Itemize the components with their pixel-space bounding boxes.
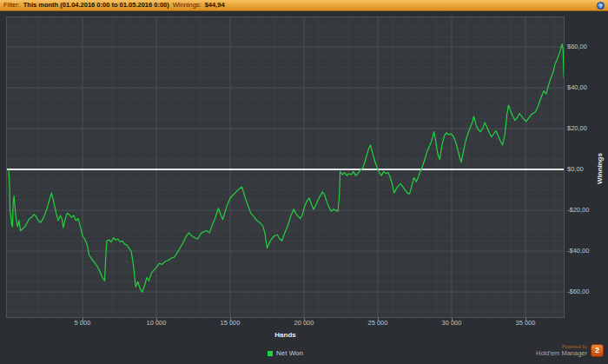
- y-axis-title: Winnings: [596, 153, 604, 184]
- net-won-line: [9, 44, 564, 293]
- winnings-chart: [7, 17, 564, 317]
- winnings-value: $44,94: [205, 1, 225, 9]
- x-tick-label: 20 000: [278, 319, 330, 327]
- x-tick-label: 30 000: [426, 319, 478, 327]
- holdem-manager-graph-window: Filter:This month (01.04.2016 0:00 to 01…: [0, 0, 608, 364]
- y-tick-label: $40,00: [567, 83, 587, 92]
- legend-label: Net Won: [276, 349, 303, 357]
- y-tick-label: -$40,00: [567, 247, 589, 255]
- plot-area[interactable]: [7, 17, 564, 317]
- x-tick-label: 15 000: [204, 319, 256, 327]
- filter-value: This month (01.04.2016 0:00 to 01.05.201…: [23, 1, 169, 9]
- filter-label: Filter:: [3, 1, 20, 9]
- x-tick-label: 10 000: [130, 319, 182, 327]
- winnings-label: Winnings:: [173, 1, 202, 9]
- y-tick-label: -$60,00: [567, 288, 589, 296]
- y-tick-label: $20,00: [567, 124, 587, 133]
- hm2-badge: 2: [591, 344, 604, 357]
- y-tick-label: $60,00: [567, 43, 587, 51]
- x-tick-label: 5 000: [56, 319, 109, 327]
- x-axis-title: Hands: [7, 331, 564, 339]
- brand-text: Hold'em Manager: [536, 349, 587, 357]
- filter-bar: Filter:This month (01.04.2016 0:00 to 01…: [0, 0, 608, 11]
- powered-by-footer: Powered by Hold'em Manager 2: [536, 344, 604, 357]
- x-tick-label: 35 000: [499, 319, 552, 327]
- help-icon[interactable]: ?: [597, 2, 605, 10]
- legend-swatch-net-won: [268, 351, 273, 356]
- legend: Net Won: [7, 349, 564, 357]
- y-tick-label: $0,00: [567, 165, 584, 174]
- y-tick-label: -$20,00: [567, 206, 589, 215]
- x-tick-label: 25 000: [352, 319, 404, 327]
